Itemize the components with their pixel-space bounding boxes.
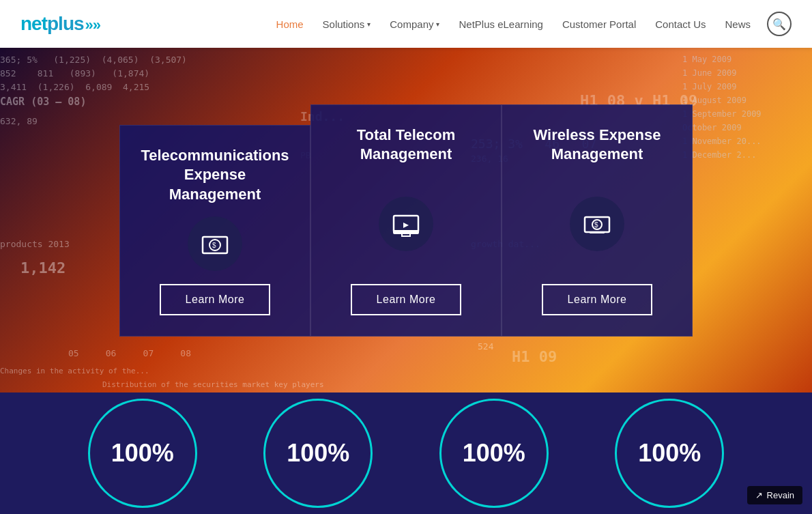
- nav-elearning[interactable]: NetPlus eLearning: [450, 13, 551, 35]
- solutions-caret: ▾: [367, 20, 371, 28]
- bg-line-7: 1,142: [20, 259, 66, 276]
- logo-text: netplus»»: [20, 13, 100, 35]
- stat-circle-4: 100%: [615, 399, 724, 508]
- card-2-learn-more-button[interactable]: Learn More: [351, 284, 462, 315]
- card-1-title: Telecommunications Expense Management: [139, 146, 291, 205]
- svg-rect-5: [402, 233, 410, 236]
- main-nav: Home Solutions ▾ Company ▾ NetPlus eLear…: [268, 12, 792, 36]
- date-row-6: October 2009: [682, 123, 805, 132]
- card-wireless-expense: Wireless Expense Management $ Learn More: [502, 104, 693, 337]
- card-3-learn-more-button[interactable]: Learn More: [542, 284, 653, 315]
- revain-badge: ↗ Revain: [747, 486, 802, 504]
- date-row-8: 1 December 2...: [682, 150, 805, 160]
- bg-line-5: 632, 89: [0, 116, 38, 126]
- card-3-title: Wireless Expense Management: [521, 126, 673, 165]
- date-row-2: 1 June 2009: [682, 68, 805, 78]
- svg-marker-6: [403, 223, 409, 228]
- nav-home[interactable]: Home: [268, 13, 312, 35]
- nav-news[interactable]: News: [716, 13, 759, 35]
- logo[interactable]: netplus»»: [20, 13, 100, 35]
- bg-bottom-2: Changes in the activity of the...: [0, 367, 149, 375]
- bg-mid-6: 524: [478, 341, 493, 352]
- search-icon: 🔍: [772, 18, 786, 31]
- date-row-1: 1 May 2009: [682, 55, 805, 64]
- bg-line-4: CAGR (03 – 08): [0, 96, 86, 108]
- date-row-7: 1 November 20...: [682, 137, 805, 146]
- stat-circle-1: 100%: [88, 399, 197, 508]
- card-2-title: Total Telecom Management: [330, 126, 482, 165]
- date-row-4: 1 August 2009: [682, 96, 805, 105]
- bg-line-1: 365; 5% (1,225) (4,065) (3,507): [0, 55, 187, 65]
- search-button[interactable]: 🔍: [767, 12, 792, 36]
- nav-customer-portal[interactable]: Customer Portal: [554, 13, 644, 35]
- stat-value-2: 100%: [287, 439, 349, 468]
- stat-circle-3: 100%: [439, 399, 549, 508]
- date-row-5: 1 September 2009: [682, 109, 805, 119]
- svg-text:$: $: [212, 242, 216, 249]
- svg-text:$: $: [594, 221, 598, 229]
- card-3-icon: $: [570, 197, 624, 251]
- nav-company[interactable]: Company ▾: [381, 13, 448, 35]
- bg-h109-label: H1 09: [512, 348, 557, 365]
- logo-arrows: »»: [85, 16, 100, 33]
- card-2-icon: [379, 197, 433, 251]
- card-telecom-expense: Telecommunications Expense Management $ …: [119, 125, 310, 337]
- card-total-telecom: Total Telecom Management Learn More: [310, 104, 502, 337]
- bg-line-3: 3,411 (1,226) 6,089 4,215: [0, 82, 149, 92]
- company-caret: ▾: [436, 20, 439, 28]
- date-row-3: 1 July 2009: [682, 82, 805, 91]
- stat-value-3: 100%: [463, 439, 525, 468]
- card-1-icon: $: [188, 216, 242, 271]
- bg-line-2: 852 811 (893) (1,874): [0, 68, 149, 78]
- revain-label: Revain: [767, 490, 794, 500]
- cards-container: Telecommunications Expense Management $ …: [119, 104, 693, 337]
- header: netplus»» Home Solutions ▾ Company ▾ Net…: [0, 0, 812, 48]
- stat-circle-2: 100%: [263, 399, 373, 508]
- stat-value-1: 100%: [111, 439, 174, 468]
- nav-solutions[interactable]: Solutions ▾: [315, 13, 379, 35]
- svg-rect-10: [590, 232, 605, 233]
- bg-line-6: products 2013: [0, 239, 70, 249]
- card-1-learn-more-button[interactable]: Learn More: [160, 284, 271, 315]
- stats-section: 100% 100% 100% 100%: [0, 392, 812, 514]
- nav-contact-us[interactable]: Contact Us: [647, 13, 714, 35]
- bg-bottom-3: Distribution of the securities market ke…: [102, 380, 324, 389]
- bg-bottom-1: 05 06 07 08: [68, 348, 191, 358]
- right-date-panel: 1 May 2009 1 June 2009 1 July 2009 1 Aug…: [676, 48, 812, 392]
- stat-value-4: 100%: [638, 439, 701, 468]
- hero-section: 365; 5% (1,225) (4,065) (3,507) 852 811 …: [0, 48, 812, 392]
- revain-icon: ↗: [755, 490, 763, 500]
